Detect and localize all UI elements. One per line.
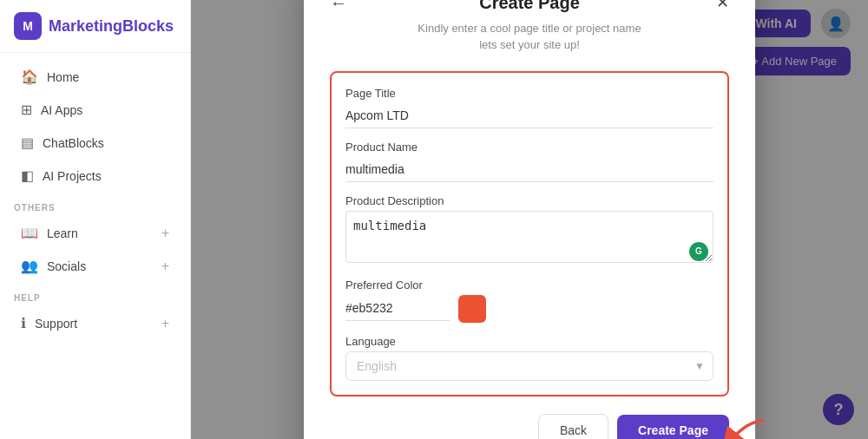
logo-text: MarketingBlocks	[49, 17, 174, 36]
language-select-wrapper: English ▼	[345, 351, 713, 381]
logo-icon: M	[14, 12, 42, 40]
sidebar-item-label: ChatBlocks	[43, 136, 104, 150]
arrow-indicator	[712, 412, 773, 440]
product-desc-textarea[interactable]	[345, 211, 713, 263]
modal-title: Create Page	[479, 0, 580, 13]
page-title-input[interactable]	[345, 103, 713, 128]
sidebar-item-label: Socials	[47, 259, 86, 273]
main-content: 👤 🔔 10 ✦ Create With AI 👤 ↑ port Pages +…	[191, 0, 868, 439]
modal-back-button[interactable]: ←	[330, 0, 347, 13]
logo-text-brand: Blocks	[122, 17, 174, 35]
sidebar-item-label: Support	[35, 317, 77, 331]
sidebar: M MarketingBlocks 🏠 Home ⊞ AI Apps ▤ Cha…	[0, 0, 191, 439]
back-button[interactable]: Back	[538, 414, 608, 440]
sidebar-item-label: AI Projects	[43, 169, 102, 183]
chat-icon: ▤	[21, 134, 34, 151]
product-name-input[interactable]	[345, 157, 713, 182]
page-title-label: Page Title	[345, 87, 713, 100]
color-hex-input[interactable]	[345, 296, 450, 321]
sidebar-item-learn[interactable]: 📖 Learn +	[7, 217, 183, 249]
projects-icon: ◧	[21, 167, 34, 184]
socials-icon: 👥	[21, 258, 38, 274]
create-page-modal: ← Create Page ✕ Kindly enter a cool page…	[304, 0, 755, 439]
textarea-wrapper: G	[345, 211, 713, 266]
preferred-color-label: Preferred Color	[345, 278, 713, 292]
sidebar-navigation: 🏠 Home ⊞ AI Apps ▤ ChatBlocks ◧ AI Proje…	[0, 53, 190, 439]
sidebar-item-home[interactable]: 🏠 Home	[7, 61, 183, 93]
modal-overlay: ← Create Page ✕ Kindly enter a cool page…	[191, 0, 868, 439]
sidebar-item-label: Learn	[47, 226, 78, 240]
product-name-label: Product Name	[345, 141, 713, 154]
plus-icon: +	[161, 259, 169, 274]
preferred-color-group: Preferred Color	[345, 278, 713, 323]
form-box: Page Title Product Name Product Descript…	[330, 71, 729, 396]
language-group: Language English ▼	[345, 335, 713, 381]
product-name-group: Product Name	[345, 141, 713, 182]
product-desc-group: Product Description G	[345, 194, 713, 266]
page-title-group: Page Title	[345, 87, 713, 128]
learn-icon: 📖	[21, 225, 38, 241]
sidebar-item-label: AI Apps	[41, 103, 82, 117]
logo-text-regular: Marketing	[49, 17, 122, 35]
support-icon: ℹ	[21, 315, 26, 331]
sidebar-item-ai-projects[interactable]: ◧ AI Projects	[7, 160, 183, 192]
sidebar-item-chatblocks[interactable]: ▤ ChatBlocks	[7, 127, 183, 159]
product-desc-label: Product Description	[345, 194, 713, 207]
grid-icon: ⊞	[21, 102, 32, 118]
sidebar-logo: M MarketingBlocks	[0, 0, 190, 53]
modal-close-button[interactable]: ✕	[716, 0, 729, 12]
color-row	[345, 295, 713, 323]
grammarly-icon: G	[689, 242, 708, 261]
section-label-help: HELP	[0, 283, 190, 306]
plus-icon: +	[161, 226, 169, 241]
sidebar-item-support[interactable]: ℹ Support +	[7, 307, 183, 339]
modal-subtitle: Kindly enter a cool page title or projec…	[330, 20, 729, 54]
modal-footer: Back Create Page	[330, 414, 729, 440]
language-label: Language	[345, 335, 713, 348]
sidebar-item-socials[interactable]: 👥 Socials +	[7, 250, 183, 282]
plus-icon: +	[161, 316, 169, 331]
language-select[interactable]: English	[345, 351, 713, 381]
section-label-others: OTHERS	[0, 193, 190, 216]
modal-header: ← Create Page ✕	[330, 0, 729, 13]
home-icon: 🏠	[21, 69, 38, 85]
sidebar-item-ai-apps[interactable]: ⊞ AI Apps	[7, 94, 183, 126]
sidebar-item-label: Home	[47, 70, 79, 84]
color-swatch[interactable]	[458, 295, 486, 323]
